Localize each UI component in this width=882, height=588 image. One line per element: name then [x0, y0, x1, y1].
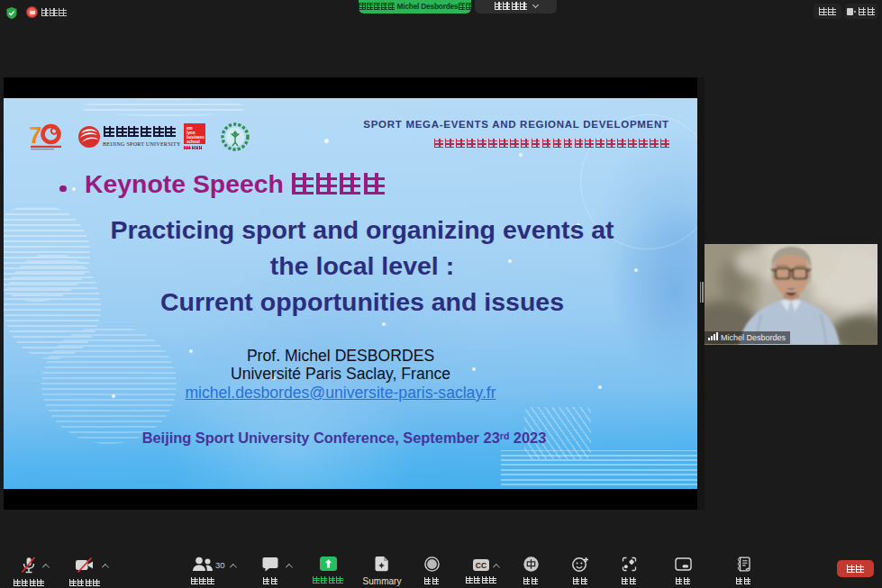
svg-text:CC: CC [476, 561, 486, 570]
svg-text:7: 7 [30, 122, 41, 149]
